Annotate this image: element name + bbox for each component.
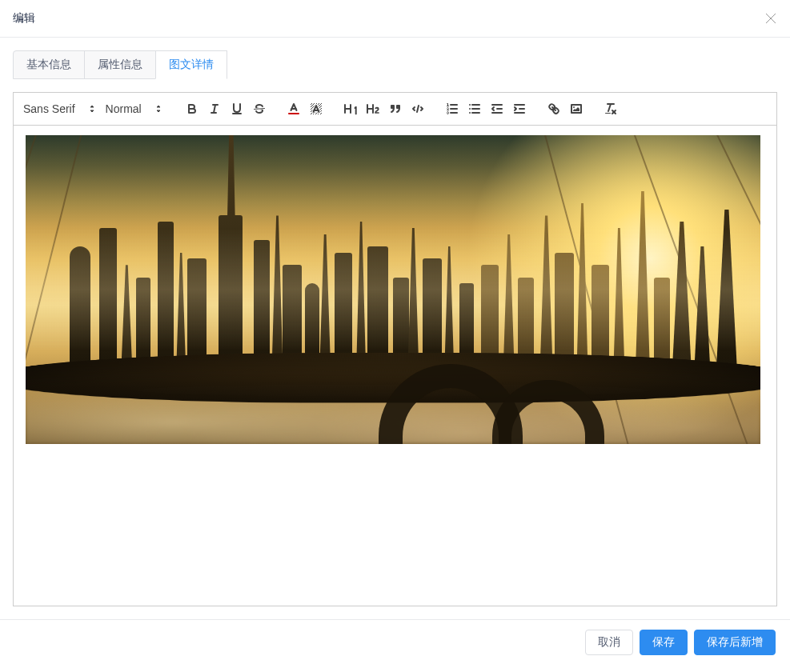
svg-marker-15 <box>314 106 315 106</box>
svg-rect-38 <box>320 109 321 110</box>
indent-increase-button[interactable] <box>508 99 531 118</box>
blockquote-button[interactable] <box>384 99 407 118</box>
clean-format-button[interactable] <box>600 99 622 118</box>
save-button[interactable]: 保存 <box>640 630 688 655</box>
blockquote-icon <box>388 102 403 116</box>
rich-text-editor: Sans Serif Normal <box>13 92 777 606</box>
svg-rect-37 <box>321 108 322 109</box>
svg-rect-26 <box>318 104 319 105</box>
header2-icon <box>366 102 380 116</box>
svg-rect-31 <box>316 103 317 104</box>
tab-rich-detail[interactable]: 图文详情 <box>155 50 227 79</box>
background-color-button[interactable] <box>305 99 327 118</box>
cancel-button[interactable]: 取消 <box>585 630 633 655</box>
svg-rect-35 <box>321 106 322 106</box>
svg-rect-36 <box>320 106 321 107</box>
svg-rect-50 <box>321 110 322 111</box>
strike-button[interactable] <box>248 99 271 118</box>
svg-rect-39 <box>320 104 321 105</box>
svg-rect-22 <box>311 114 311 114</box>
image-icon <box>569 102 583 116</box>
svg-line-54 <box>417 106 419 112</box>
editor-toolbar: Sans Serif Normal <box>14 93 776 126</box>
svg-rect-46 <box>315 114 316 114</box>
dialog-title: 编辑 <box>13 11 35 26</box>
list-ordered-icon <box>445 102 459 116</box>
font-picker-label: Sans Serif <box>23 102 75 115</box>
image-button[interactable] <box>565 99 587 118</box>
indent-decrease-button[interactable] <box>486 99 508 118</box>
svg-marker-3 <box>90 106 94 107</box>
svg-rect-17 <box>311 106 312 106</box>
code-block-icon <box>411 102 425 116</box>
text-color-button[interactable] <box>283 99 305 118</box>
link-icon <box>547 102 561 116</box>
svg-rect-27 <box>311 104 311 105</box>
svg-rect-45 <box>316 113 317 114</box>
dialog-body: 基本信息 属性信息 图文详情 Sans Serif Normal <box>0 38 790 619</box>
italic-button[interactable] <box>203 99 226 118</box>
save-and-new-button[interactable]: 保存后新增 <box>694 630 776 655</box>
editor-content-area[interactable] <box>14 126 776 606</box>
underline-icon <box>230 102 244 116</box>
header1-icon <box>343 102 358 116</box>
svg-marker-13 <box>313 106 314 107</box>
background-color-icon <box>309 102 323 116</box>
svg-rect-49 <box>320 114 321 114</box>
indent-decrease-icon <box>490 102 504 116</box>
svg-rect-42 <box>319 106 319 106</box>
size-picker-label: Normal <box>106 102 142 115</box>
svg-point-73 <box>573 106 575 108</box>
svg-rect-24 <box>311 108 312 109</box>
svg-rect-25 <box>319 103 319 104</box>
tab-basic-info[interactable]: 基本信息 <box>13 50 85 79</box>
dialog-footer: 取消 保存 保存后新增 <box>0 619 790 665</box>
header2-button[interactable] <box>362 99 384 118</box>
bold-button[interactable] <box>181 99 203 118</box>
svg-rect-32 <box>321 113 322 114</box>
svg-rect-41 <box>321 103 322 104</box>
indent-increase-icon <box>512 102 527 116</box>
svg-line-8 <box>214 105 215 113</box>
dialog-header: 编辑 <box>0 0 790 38</box>
embedded-image <box>26 135 760 444</box>
svg-rect-21 <box>311 109 311 110</box>
svg-rect-18 <box>312 107 313 108</box>
tab-attribute-info[interactable]: 属性信息 <box>84 50 156 79</box>
svg-marker-19 <box>311 110 312 111</box>
svg-marker-33 <box>319 110 320 110</box>
list-bullet-icon <box>467 102 482 116</box>
svg-rect-43 <box>319 105 320 106</box>
font-picker[interactable]: Sans Serif <box>20 99 102 118</box>
svg-line-10 <box>254 109 264 110</box>
header1-button[interactable] <box>339 99 362 118</box>
svg-rect-14 <box>312 105 313 106</box>
italic-icon <box>207 102 222 116</box>
list-ordered-button[interactable] <box>441 99 463 118</box>
underline-button[interactable] <box>226 99 248 118</box>
link-button[interactable] <box>543 99 565 118</box>
clean-format-icon <box>604 102 618 116</box>
size-picker[interactable]: Normal <box>102 99 169 118</box>
svg-marker-2 <box>90 110 94 112</box>
chevron-updown-icon <box>151 102 166 116</box>
bold-icon <box>185 102 199 116</box>
svg-rect-29 <box>311 103 312 104</box>
svg-rect-16 <box>311 106 311 107</box>
svg-marker-4 <box>157 110 160 112</box>
svg-line-75 <box>608 104 611 111</box>
svg-marker-5 <box>157 106 160 107</box>
svg-rect-47 <box>313 114 314 114</box>
strike-icon <box>252 102 267 116</box>
svg-rect-20 <box>311 111 311 112</box>
list-bullet-button[interactable] <box>463 99 486 118</box>
svg-marker-44 <box>319 108 319 109</box>
svg-rect-28 <box>314 103 315 104</box>
svg-rect-78 <box>605 113 611 114</box>
close-icon[interactable] <box>764 12 777 25</box>
svg-marker-23 <box>312 110 313 110</box>
tabs: 基本信息 属性信息 图文详情 <box>13 50 777 79</box>
text-color-icon <box>287 102 301 116</box>
code-block-button[interactable] <box>407 99 429 118</box>
svg-rect-30 <box>313 104 314 105</box>
